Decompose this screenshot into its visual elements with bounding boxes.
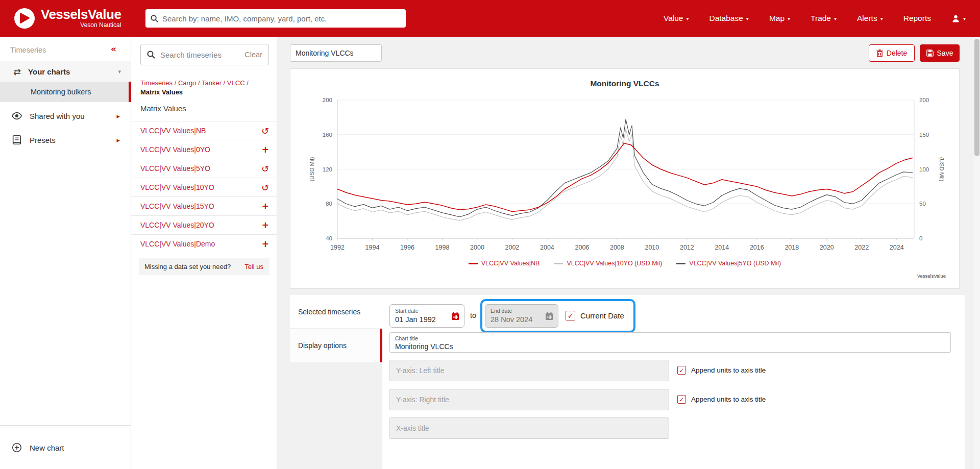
y-axis-left-title-input[interactable] bbox=[389, 360, 669, 381]
chart-name-input[interactable] bbox=[290, 44, 382, 62]
nav-item-reports[interactable]: Reports bbox=[903, 14, 931, 23]
nav-item-alerts[interactable]: Alerts▾ bbox=[857, 14, 883, 23]
nav-item-map[interactable]: Map▾ bbox=[769, 14, 790, 23]
sidebar-item-presets[interactable]: Presets ▸ bbox=[0, 129, 131, 151]
chart-card: Monitoring VLCCs 40801201602000501001502… bbox=[290, 68, 960, 289]
scrollbar-thumb[interactable] bbox=[974, 39, 979, 156]
chart-title-field-value: Monitoring VLCCs bbox=[395, 342, 453, 351]
page-scrollbar[interactable] bbox=[974, 37, 980, 469]
chart-title-field-label: Chart title bbox=[395, 335, 418, 341]
undo-icon[interactable]: ↺ bbox=[261, 163, 269, 174]
play-triangle-icon bbox=[19, 12, 30, 24]
current-date-checkbox[interactable]: ✓ bbox=[566, 311, 575, 320]
save-floppy-icon bbox=[926, 50, 934, 57]
timeseries-label: VLCC|VV Values|Demo bbox=[140, 240, 215, 248]
append-units-right-row: ✓ Append units to axis title bbox=[677, 395, 766, 404]
sidebar-item-label: Monitoring bulkers bbox=[31, 88, 91, 96]
legend-item[interactable]: VLCC|VV Values|NB bbox=[469, 260, 540, 267]
sidebar-item-shared-with-you[interactable]: Shared with you ▸ bbox=[0, 105, 131, 127]
legend-dash-icon bbox=[554, 263, 563, 264]
calendar-icon bbox=[545, 312, 553, 320]
start-date-field[interactable]: Start date 01 Jan 1992 bbox=[389, 304, 464, 328]
timeseries-list-item[interactable]: VLCC|VV Values|Demo+ bbox=[131, 234, 277, 253]
legend-item[interactable]: VLCC|VV Values|5YO (USD Mil) bbox=[676, 260, 781, 267]
timeseries-label: VLCC|VV Values|10YO bbox=[140, 183, 214, 191]
undo-icon[interactable]: ↺ bbox=[261, 126, 269, 136]
save-button[interactable]: Save bbox=[920, 44, 960, 62]
svg-text:(USD Mil): (USD Mil) bbox=[939, 157, 945, 182]
svg-text:100: 100 bbox=[919, 166, 929, 172]
new-chart-button[interactable]: New chart bbox=[0, 436, 131, 459]
breadcrumb-link[interactable]: Tanker bbox=[202, 79, 222, 87]
undo-icon[interactable]: ↺ bbox=[261, 182, 269, 193]
user-menu[interactable]: ▾ bbox=[951, 14, 966, 23]
nav-item-value[interactable]: Value▾ bbox=[664, 14, 689, 23]
svg-text:1996: 1996 bbox=[400, 244, 414, 251]
tab-display-options[interactable]: Display options bbox=[290, 329, 382, 362]
compare-arrows-icon: ⇄ bbox=[13, 66, 21, 77]
timeseries-list-item[interactable]: VLCC|VV Values|20YO+ bbox=[131, 215, 277, 234]
svg-text:2010: 2010 bbox=[645, 244, 659, 251]
add-icon[interactable]: + bbox=[262, 144, 269, 155]
svg-text:2002: 2002 bbox=[505, 244, 520, 251]
checkmark-icon: ✓ bbox=[679, 396, 684, 403]
book-icon bbox=[11, 134, 22, 145]
svg-text:160: 160 bbox=[323, 132, 332, 138]
timeseries-list: VLCC|VV Values|NB↺VLCC|VV Values|0YO+VLC… bbox=[131, 121, 277, 253]
top-navbar: VesselsValue Veson Nautical Value▾Databa… bbox=[0, 0, 980, 37]
add-icon[interactable]: + bbox=[262, 201, 269, 211]
end-date-field[interactable]: End date 28 Nov 2024 bbox=[485, 304, 558, 328]
add-icon[interactable]: + bbox=[262, 239, 269, 249]
calendar-icon[interactable] bbox=[451, 312, 459, 320]
breadcrumb-link[interactable]: VLCC bbox=[227, 79, 245, 87]
timeseries-list-item[interactable]: VLCC|VV Values|5YO↺ bbox=[131, 159, 277, 178]
sidebar-item-label: Presets bbox=[30, 136, 56, 144]
append-units-right-checkbox[interactable]: ✓ bbox=[677, 395, 686, 404]
y-axis-right-title-input[interactable] bbox=[389, 389, 669, 410]
legend-item[interactable]: VLCC|VV Values|10YO (USD Mil) bbox=[554, 260, 662, 267]
sidebar-item-monitoring-bulkers[interactable]: Monitoring bulkers bbox=[0, 82, 131, 102]
line-chart[interactable]: 4080120160200050100150200199219941996199… bbox=[290, 69, 960, 289]
timeseries-label: VLCC|VV Values|5YO bbox=[140, 164, 210, 172]
tab-selected-timeseries[interactable]: Selected timeseries bbox=[290, 295, 382, 329]
collapse-sidebar-icon[interactable]: « bbox=[111, 44, 116, 54]
timeseries-list-item[interactable]: VLCC|VV Values|10YO↺ bbox=[131, 178, 277, 196]
vesselsvalue-app: VesselsValue Veson Nautical Value▾Databa… bbox=[0, 0, 980, 469]
add-icon[interactable]: + bbox=[262, 220, 269, 230]
tell-us-link[interactable]: Tell us bbox=[244, 263, 263, 270]
clear-search-button[interactable]: Clear bbox=[244, 51, 262, 59]
vesselsvalue-logo[interactable]: VesselsValue Veson Nautical bbox=[14, 8, 121, 29]
trash-icon bbox=[876, 50, 883, 57]
timeseries-search-input[interactable] bbox=[160, 51, 244, 59]
current-date-label: Current Date bbox=[580, 311, 624, 320]
global-search-input[interactable] bbox=[162, 14, 401, 23]
breadcrumb-link[interactable]: Cargo bbox=[178, 79, 196, 87]
nav-item-trade[interactable]: Trade▾ bbox=[811, 14, 837, 23]
x-axis-title-input[interactable] bbox=[389, 417, 669, 439]
plus-circle-icon bbox=[11, 442, 22, 453]
new-chart-label: New chart bbox=[30, 443, 64, 452]
timeseries-list-item[interactable]: VLCC|VV Values|0YO+ bbox=[131, 140, 277, 159]
append-units-left-checkbox[interactable]: ✓ bbox=[677, 366, 686, 375]
breadcrumb-link[interactable]: Timeseries bbox=[140, 79, 173, 87]
timeseries-label: VLCC|VV Values|20YO bbox=[140, 221, 214, 229]
eye-icon bbox=[11, 110, 22, 121]
svg-text:80: 80 bbox=[326, 201, 332, 207]
timeseries-list-item[interactable]: VLCC|VV Values|15YO+ bbox=[131, 196, 277, 215]
timeseries-sidebar: Timeseries « ⇄ Your charts ▾ Monitoring … bbox=[0, 37, 131, 469]
append-units-label: Append units to axis title bbox=[691, 366, 766, 374]
chevron-right-icon: ▸ bbox=[116, 136, 120, 144]
start-date-label: Start date bbox=[395, 308, 419, 314]
breadcrumb-links: Timeseries / Cargo / Tanker / VLCC / bbox=[140, 79, 269, 88]
sidebar-item-your-charts[interactable]: ⇄ Your charts ▾ bbox=[0, 61, 131, 82]
sidebar-item-label: Shared with you bbox=[30, 112, 85, 120]
list-header[interactable]: Matrix Values bbox=[140, 104, 186, 113]
svg-text:0: 0 bbox=[919, 235, 922, 241]
chart-title-field[interactable]: Chart title Monitoring VLCCs bbox=[389, 332, 951, 353]
append-units-label: Append units to axis title bbox=[691, 396, 766, 403]
missing-dataset-banner: Missing a data set you need? Tell us bbox=[139, 258, 270, 275]
logo-text: VesselsValue Veson Nautical bbox=[41, 8, 121, 29]
nav-item-database[interactable]: Database▾ bbox=[709, 14, 749, 23]
delete-button[interactable]: Delete bbox=[869, 44, 915, 62]
timeseries-list-item[interactable]: VLCC|VV Values|NB↺ bbox=[131, 121, 277, 140]
